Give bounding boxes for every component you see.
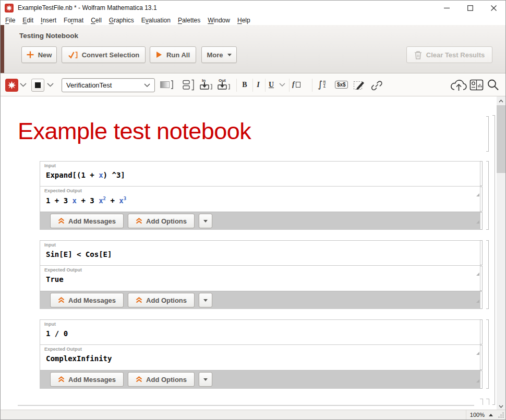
documentation-button[interactable] [469,79,484,92]
minimize-button[interactable] [435,1,459,15]
menu-insert[interactable]: Insert [41,17,56,24]
menu-cell[interactable]: Cell [91,17,102,24]
inline-math-button[interactable]: $x$ [335,81,348,89]
cell-insertion-button[interactable] [31,79,44,92]
chevron-down-icon [203,220,208,223]
group-cells-button[interactable] [183,79,195,91]
test-input-section[interactable]: Input 1 / 0 [40,320,480,344]
maximize-button[interactable] [459,1,482,15]
menu-palettes[interactable]: Palettes [178,17,200,24]
evaluator-chevron-button[interactable] [20,83,27,87]
add-options-dropdown-button[interactable] [199,372,212,387]
expected-output-section[interactable]: Expected Output True [40,265,480,291]
output-cell-bracket[interactable] [480,266,483,291]
test-input-section[interactable]: Input Sin[E] < Cos[E] [40,241,480,265]
input-code[interactable]: Sin[E] < Cos[E] [46,250,480,258]
cell-dingbat-icon [476,352,479,355]
add-options-label: Add Options [146,297,187,304]
close-button[interactable] [482,1,505,15]
menu-edit[interactable]: Edit [22,17,33,24]
plus-icon [27,51,34,58]
run-all-button[interactable]: Run All [150,46,196,63]
chevron-down-icon [203,378,208,381]
underline-chevron-button[interactable] [279,83,285,87]
add-options-dropdown-button[interactable] [199,293,212,307]
input-cell-bracket[interactable] [480,240,483,265]
test-group-bracket[interactable] [486,319,489,389]
cell-style-dropdown[interactable]: VerificationTest [62,78,155,92]
documentation-book-icon [469,79,484,92]
test-cell-3: Input 1 / 0 Expected Output ComplexInfin… [40,319,480,389]
evaluator-spikey-button[interactable] [5,79,18,92]
chevron-down-icon [499,405,503,408]
notebook-title[interactable]: Example test notebook [18,118,251,145]
add-options-dropdown-button[interactable] [199,214,212,228]
add-messages-button[interactable]: Add Messages [50,372,124,387]
new-test-button[interactable]: New [21,46,57,63]
cell-insertion-chevron-button[interactable] [47,83,54,87]
move-input-button[interactable]: In [199,78,214,92]
menu-window[interactable]: Window [208,17,230,24]
test-input-section[interactable]: Input Expand[(1 + x) ^3] [40,162,480,186]
cloud-publish-button[interactable] [450,79,467,92]
magnification-menu-icon[interactable] [489,414,493,416]
double-chevron-up-icon [136,297,142,303]
add-messages-button[interactable]: Add Messages [50,214,124,228]
cell-bracket[interactable] [480,399,483,405]
function-template-button[interactable]: f [292,80,300,89]
toolbar-separator [289,79,290,92]
expected-output-code[interactable]: 1 + 3 x + 3 x2 + x3 [46,196,480,205]
output-cell-bracket[interactable] [480,345,483,370]
double-chevron-up-icon [58,376,65,382]
test-group-bracket[interactable] [486,161,489,230]
cloud-upload-icon [450,79,467,92]
underline-button[interactable]: U [266,81,276,89]
test-cell-button-strip: Add Messages Add Options [40,291,480,309]
more-label: More [207,51,223,59]
bold-button[interactable]: B [239,81,250,89]
menu-format[interactable]: Format [64,17,83,24]
italic-button[interactable]: I [254,81,263,89]
input-code[interactable]: Expand[(1 + x) ^3] [46,171,480,179]
more-button[interactable]: More [201,46,237,63]
clear-test-results-button[interactable]: Clear Test Results [406,46,492,63]
add-options-button[interactable]: Add Options [128,293,195,307]
magnification-value[interactable]: 100% [470,412,485,418]
buttons-cell-bracket[interactable] [480,291,483,309]
expected-output-code[interactable]: ComplexInfinity [46,354,480,363]
convert-selection-button[interactable]: Convert Selection [62,46,146,63]
expected-output-section[interactable]: Expected Output ComplexInfinity [40,344,480,370]
math-typesetting-button[interactable]: ∫ πΣ [318,79,326,90]
toolbar-accent-strip [1,25,4,73]
notebook-canvas[interactable]: Example test notebook Input Expand[(1 + … [1,96,498,411]
vertical-scrollbar[interactable] [497,96,505,411]
expected-output-code[interactable]: True [46,275,480,283]
output-cell-bracket[interactable] [480,187,483,212]
buttons-cell-bracket[interactable] [480,212,483,230]
menu-help[interactable]: Help [237,17,250,24]
move-output-button[interactable]: Out [217,78,233,92]
title-bar[interactable]: ExampleTestFile.nb * - Wolfram Mathemati… [1,1,505,15]
scrollbar-thumb[interactable] [497,105,505,173]
title-cell-bracket[interactable] [486,116,489,152]
add-messages-button[interactable]: Add Messages [50,293,124,307]
input-cell-bracket[interactable] [480,161,483,186]
menu-file[interactable]: File [5,17,15,24]
search-button[interactable] [487,79,499,91]
test-group-bracket[interactable] [486,240,489,309]
scroll-up-button[interactable] [497,96,505,105]
add-options-button[interactable]: Add Options [128,214,195,228]
expected-output-section[interactable]: Expected Output 1 + 3 x + 3 x2 + x3 [40,186,480,212]
input-cell-bracket[interactable] [480,319,483,344]
menu-evaluation[interactable]: Evaluation [141,17,171,24]
hyperlink-button[interactable] [370,80,383,91]
cell-background-button[interactable] [160,80,173,90]
add-options-button[interactable]: Add Options [128,372,195,387]
input-code[interactable]: 1 / 0 [46,329,480,338]
drawing-tools-button[interactable] [353,79,366,91]
menu-graphics[interactable]: Graphics [109,17,134,24]
resize-grip-icon[interactable] [498,412,504,418]
buttons-cell-bracket[interactable] [480,370,483,389]
cell-bracket[interactable] [486,399,489,405]
section-group-bracket[interactable] [492,115,495,405]
